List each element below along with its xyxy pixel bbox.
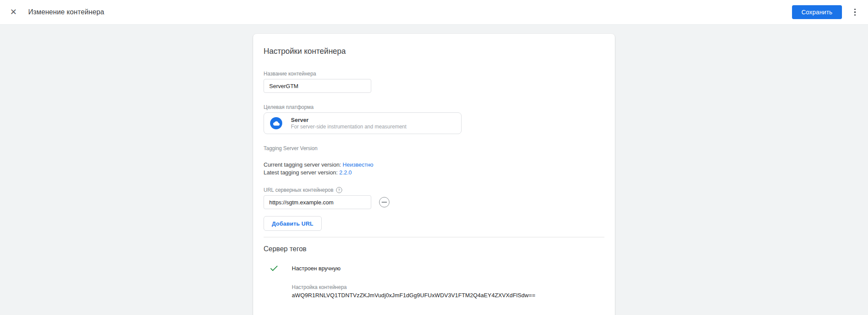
- latest-version-line: Latest tagging server version: 2.2.0: [264, 169, 604, 177]
- header-actions: Сохранить: [792, 5, 860, 19]
- container-name-label: Название контейнера: [264, 71, 604, 77]
- header: ✕ Изменение контейнера Сохранить: [0, 0, 868, 25]
- current-version-label: Current tagging server version:: [264, 161, 343, 168]
- save-button[interactable]: Сохранить: [792, 5, 842, 19]
- server-urls-field: URL серверных контейнеров ? Добавить URL: [264, 187, 604, 231]
- check-icon: [269, 263, 279, 273]
- container-config-block: Настройка контейнера aWQ9R1RNLVQ1TDNTVzZ…: [292, 284, 604, 299]
- server-urls-label-row: URL серверных контейнеров ?: [264, 187, 604, 193]
- container-settings-card: Настройки контейнера Название контейнера…: [253, 34, 615, 315]
- card-heading: Настройки контейнера: [264, 47, 604, 56]
- page-title: Изменение контейнера: [28, 8, 104, 16]
- close-icon[interactable]: ✕: [10, 8, 17, 16]
- remove-url-icon[interactable]: [379, 197, 389, 207]
- main-content: Настройки контейнера Название контейнера…: [0, 25, 868, 315]
- more-options-icon[interactable]: [850, 7, 860, 17]
- container-name-input[interactable]: [264, 79, 371, 93]
- server-url-input[interactable]: [264, 195, 371, 209]
- tagging-server-version-block: Tagging Server Version Current tagging s…: [264, 145, 604, 177]
- url-row: [264, 195, 604, 209]
- platform-description: For server-side instrumentation and meas…: [291, 124, 406, 130]
- tag-server-status-text: Настроен вручную: [292, 265, 340, 272]
- platform-title: Server: [291, 117, 406, 124]
- container-config-value: aWQ9R1RNLVQ1TDNTVzZKJmVudj0xJmF1dGg9UFUx…: [292, 292, 604, 299]
- section-divider: [264, 237, 604, 237]
- help-icon[interactable]: ?: [336, 187, 342, 193]
- platform-option-server: Server For server-side instrumentation a…: [264, 112, 462, 134]
- server-urls-label: URL серверных контейнеров: [264, 187, 333, 193]
- latest-version-label: Latest tagging server version:: [264, 169, 339, 176]
- target-platform-label: Целевая платформа: [264, 104, 604, 110]
- tag-server-heading: Сервер тегов: [264, 245, 604, 253]
- target-platform-field: Целевая платформа Server For server-side…: [264, 104, 604, 134]
- add-url-button[interactable]: Добавить URL: [264, 216, 322, 231]
- container-name-field: Название контейнера: [264, 71, 604, 93]
- tag-server-status-row: Настроен вручную: [264, 263, 604, 273]
- current-version-line: Current tagging server version: Неизвест…: [264, 161, 604, 169]
- server-cloud-icon: [270, 117, 282, 129]
- tagging-server-version-label: Tagging Server Version: [264, 145, 604, 151]
- container-config-label: Настройка контейнера: [292, 284, 604, 290]
- latest-version-link[interactable]: 2.2.0: [339, 169, 352, 176]
- platform-texts: Server For server-side instrumentation a…: [291, 117, 406, 130]
- current-version-link[interactable]: Неизвестно: [343, 161, 373, 168]
